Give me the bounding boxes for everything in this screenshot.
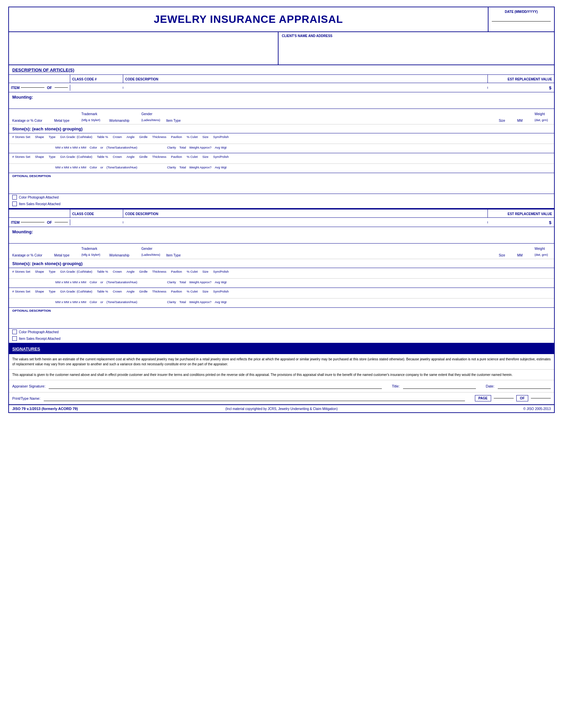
tone-1b: (Tone/Saturation/Hue) (107, 165, 137, 169)
signatures-section: SIGNATURES The values set forth herein a… (9, 344, 554, 404)
size2-2b: Size (202, 290, 208, 293)
checkbox-receipt-2[interactable] (12, 336, 17, 341)
karatage-field-2: Karatage or % Color (12, 253, 42, 257)
tone-2b: (Tone/Saturation/Hue) (107, 300, 137, 304)
karatage-row-2: Karatage or % Color Metal type Trademark… (9, 244, 554, 259)
client-left-area[interactable] (9, 32, 278, 65)
disclaimer-text-2: This appraisal is given to the customer … (9, 370, 554, 380)
color-1a: Color (89, 146, 97, 149)
culet-1b: % Culet (187, 155, 198, 159)
article-section-1: DESCRIPTION OF ARTICLE(S) CLASS CODE # C… (9, 65, 554, 209)
color-1b: Color (89, 165, 97, 169)
angle-1a: Angle (126, 135, 134, 139)
header-date-section: DATE (MM/DD/YYYY) (488, 7, 554, 31)
shape-1a: Shape (35, 135, 44, 139)
weight-approx-2a: Weight Approx? (189, 280, 211, 284)
total-1b: Total (179, 165, 186, 169)
optional-desc-input-1[interactable] (12, 178, 551, 193)
size2-1a: Size (202, 135, 208, 139)
checkbox-receipt-row-2: Item Sales Receipt Attached (9, 335, 554, 343)
item-number-input-2[interactable] (21, 222, 44, 222)
pavilion-2a: Pavilion (171, 270, 182, 273)
date-input[interactable] (492, 15, 551, 22)
mfg-style-field-1: (Mfg & Style#) (81, 118, 100, 122)
checkbox-receipt-1[interactable] (12, 202, 17, 206)
mm-dims-1b: MM x MM x MM x MM (55, 165, 86, 169)
table-2a: Table % (97, 270, 108, 273)
optional-desc-input-2[interactable] (12, 312, 551, 327)
item-of-label-1: OF (47, 86, 52, 90)
table-1b: Table % (97, 155, 108, 159)
checkbox-photo-1[interactable] (12, 195, 17, 200)
size2-2a: Size (202, 270, 208, 273)
color-2a: Color (89, 280, 97, 284)
class-code-label-1: CLASS CODE # (72, 77, 97, 81)
pavilion-2b: Pavilion (171, 290, 182, 293)
header-title-section: JEWELRY INSURANCE APPRAISAL (9, 7, 488, 31)
of-label: OF (516, 395, 528, 401)
girdle-2a: Girdle (139, 270, 147, 273)
print-name-input[interactable] (44, 396, 465, 401)
stones-row-1a: # Stones Set Shape Type GIA Grade: (Cut/… (9, 133, 554, 144)
signatures-header: SIGNATURES (9, 344, 554, 354)
total-2b: Total (179, 300, 186, 304)
gender-field-2: Gender (141, 247, 152, 250)
mm-labels-2a: MM x MM x MM x MM Color or (Tone/Saturat… (55, 280, 551, 284)
page-container: JEWELRY INSURANCE APPRAISAL DATE (MM/DD/… (8, 7, 555, 413)
checkbox-receipt-label-2: Item Sales Receipt Attached (19, 337, 61, 341)
weight-approx-1a: Weight Approx? (189, 146, 211, 149)
avg-wgt-1a: Avg Wgt (214, 146, 226, 149)
angle-2b: Angle (126, 290, 134, 293)
color-2b: Color (89, 300, 97, 304)
client-address-area[interactable] (282, 39, 551, 61)
item-total-input-2[interactable] (55, 222, 68, 222)
description-label: DESCRIPTION OF ARTICLE(S) (12, 68, 74, 72)
footer-right-text: © JISO 2005-2013 (416, 407, 551, 411)
stones-set-1a: # Stones Set (12, 135, 30, 139)
type-1a: Type (49, 135, 56, 139)
item-code-input-1[interactable] (70, 87, 123, 89)
client-label: CLIENT'S NAME AND ADDRESS (282, 34, 551, 38)
trademark-field-1: Trademark (81, 112, 97, 116)
page-label: PAGE (475, 395, 492, 401)
date-sig-input[interactable] (498, 384, 551, 389)
appraiser-sig-label: Appraiser Signature: (12, 384, 45, 388)
checkbox-photo-2[interactable] (12, 330, 17, 334)
item-desc-input-1[interactable] (123, 87, 488, 89)
item-label-cell-2: ITEM OF (9, 219, 70, 225)
mm-dims-1a: MM x MM x MM x MM (55, 146, 86, 149)
mm-row-1b: MM x MM x MM x MM Color or (Tone/Saturat… (9, 164, 554, 173)
item-total-input-1[interactable] (55, 87, 68, 88)
title-input[interactable] (403, 384, 476, 389)
item-code-input-2[interactable] (70, 221, 123, 223)
table-1a: Table % (97, 135, 108, 139)
type-2b: Type (49, 290, 56, 293)
footer: JISO 79 v.1/2013 (formerly ACORD 79) (In… (9, 404, 554, 412)
est-value-header-cell-1: EST REPLACEMENT VALUE (488, 75, 554, 83)
checkbox-receipt-row-1: Item Sales Receipt Attached (9, 201, 554, 209)
metal-type-field-2: Metal type (54, 253, 70, 257)
angle-2a: Angle (126, 270, 134, 273)
header: JEWELRY INSURANCE APPRAISAL DATE (MM/DD/… (9, 7, 554, 32)
appraiser-sig-input[interactable] (49, 384, 382, 389)
weight-field-1: Weight (535, 112, 545, 116)
mm-row-1a: MM x MM x MM x MM Color or (Tone/Saturat… (9, 144, 554, 153)
item-desc-input-2[interactable] (123, 221, 488, 223)
class-code-header-cell-2: CLASS CODE (70, 209, 123, 217)
thickness-2b: Thickness (152, 290, 166, 293)
total-pages-input[interactable] (531, 398, 551, 398)
class-code-header-row-2: CLASS CODE CODE DESCRIPTION EST REPLACEM… (9, 209, 554, 218)
spacer-1 (9, 75, 70, 83)
tone-2a: (Tone/Saturation/Hue) (107, 280, 137, 284)
sym-polish-1b: Sym/Polish (213, 155, 229, 159)
item-label-1: ITEM (11, 86, 20, 90)
weight-approx-1b: Weight Approx? (189, 165, 211, 169)
stones-row-2b: # Stones Set Shape Type GIA Grade: (Cut/… (9, 288, 554, 298)
code-desc-header-cell-2: CODE DESCRIPTION (123, 209, 488, 217)
footer-left-text: JISO 79 v.1/2013 (formerly ACORD 79) (12, 407, 147, 411)
or-2b: or (100, 300, 103, 304)
page-number-input[interactable] (494, 398, 514, 398)
optional-desc-label-1: OPTIONAL DESCRIPTION (12, 174, 551, 178)
item-number-input-1[interactable] (21, 87, 44, 88)
tone-1a: (Tone/Saturation/Hue) (107, 146, 137, 149)
